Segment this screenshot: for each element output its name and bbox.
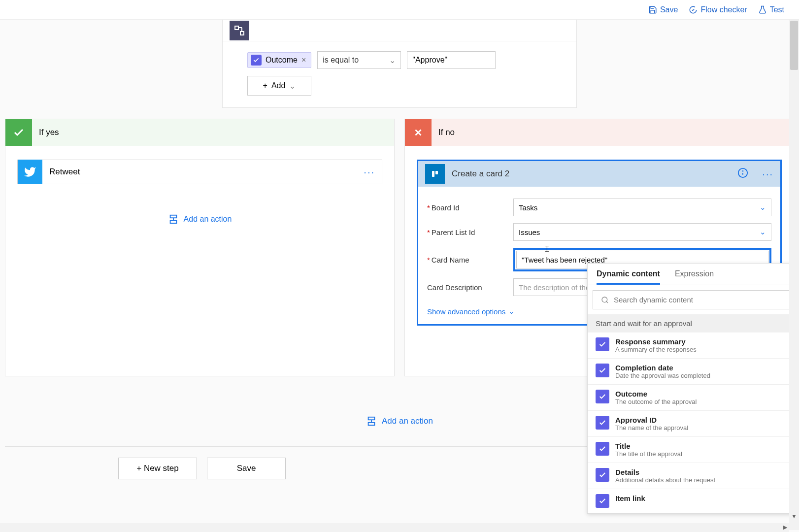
new-step-label: + New step xyxy=(136,464,179,473)
card-desc-placeholder: The description of the xyxy=(519,283,590,292)
if-no-label: If no xyxy=(438,128,455,137)
dynamic-item-desc: The name of the approval xyxy=(615,424,688,432)
chip-label: Outcome xyxy=(266,56,298,65)
more-icon[interactable]: ··· xyxy=(364,166,382,178)
dynamic-item-title: Outcome xyxy=(615,390,697,398)
dynamic-items-list: Response summaryA summary of the respons… xyxy=(588,332,799,513)
save-button[interactable]: Save xyxy=(648,5,678,14)
dynamic-content-panel: Dynamic content Expression Start and wai… xyxy=(587,263,799,514)
close-icon xyxy=(405,119,432,146)
svg-rect-11 xyxy=(432,171,434,177)
operator-select[interactable]: is equal to ⌄ xyxy=(317,51,401,69)
horizontal-scrollbar[interactable]: ▶ xyxy=(0,523,789,532)
parent-list-value: Issues xyxy=(519,228,540,236)
footer-save-button[interactable]: Save xyxy=(207,458,286,479)
test-label: Test xyxy=(770,5,784,14)
dynamic-item-desc: A summary of the responses xyxy=(615,346,697,353)
chevron-down-icon: ⌄ xyxy=(760,228,766,236)
chevron-down-icon: ⌄ xyxy=(508,307,515,316)
vertical-scrollbar[interactable]: ▼ xyxy=(789,20,799,530)
dynamic-item-desc: The title of the approval xyxy=(615,450,682,458)
approval-icon xyxy=(596,337,609,351)
board-id-select[interactable]: Tasks ⌄ xyxy=(513,199,771,216)
scroll-thumb[interactable] xyxy=(790,21,798,70)
dynamic-item-desc: Date the approval was completed xyxy=(615,372,710,379)
approval-icon xyxy=(596,364,609,377)
dynamic-item-title: Response summary xyxy=(615,337,697,346)
parent-list-label: Parent List Id xyxy=(432,228,475,236)
scroll-right-icon[interactable]: ▶ xyxy=(783,524,787,531)
add-action-bottom-label: Add an action xyxy=(382,416,433,426)
dynamic-item[interactable]: Item link xyxy=(588,489,799,513)
info-icon[interactable] xyxy=(737,167,748,180)
dynamic-item[interactable]: TitleThe title of the approval xyxy=(588,437,799,463)
more-icon[interactable]: ··· xyxy=(762,168,773,180)
svg-rect-2 xyxy=(240,32,244,35)
approval-icon xyxy=(596,390,609,403)
dynamic-item[interactable]: Response summaryA summary of the respons… xyxy=(588,332,799,359)
svg-point-15 xyxy=(743,171,743,171)
dynamic-item-title: Details xyxy=(615,468,715,476)
card-name-label: Card Name xyxy=(432,256,469,264)
board-id-row: *Board Id Tasks ⌄ xyxy=(427,199,771,216)
approval-icon xyxy=(596,416,609,430)
dynamic-item[interactable]: Completion dateDate the approval was com… xyxy=(588,359,799,385)
parent-list-row: *Parent List Id Issues ⌄ xyxy=(427,223,771,241)
condition-icon xyxy=(230,21,249,40)
svg-rect-5 xyxy=(170,215,176,218)
svg-rect-19 xyxy=(368,417,375,420)
flow-checker-label: Flow checker xyxy=(700,5,747,14)
card-name-value: "Tweet has been rejected" xyxy=(522,256,607,264)
test-icon xyxy=(758,5,767,14)
tab-expression[interactable]: Expression xyxy=(675,269,714,285)
new-step-button[interactable]: + New step xyxy=(118,458,197,479)
condition-card[interactable]: Outcome × is equal to ⌄ + Add ⌄ xyxy=(222,20,577,108)
card-desc-label: Card Description xyxy=(427,283,482,292)
chip-remove-icon[interactable]: × xyxy=(301,56,306,65)
approval-icon xyxy=(596,468,609,482)
retweet-action-card[interactable]: Retweet ··· xyxy=(17,160,382,184)
svg-rect-12 xyxy=(435,171,438,174)
if-yes-branch: If yes Retweet ··· Add an action xyxy=(5,119,395,376)
condition-value-input[interactable] xyxy=(407,51,496,69)
dynamic-item[interactable]: OutcomeThe outcome of the approval xyxy=(588,385,799,411)
dynamic-item[interactable]: DetailsAdditional details about the requ… xyxy=(588,463,799,489)
show-advanced-link[interactable]: Show advanced options ⌄ xyxy=(427,307,515,316)
add-action-label: Add an action xyxy=(184,215,232,224)
svg-rect-10 xyxy=(431,169,439,178)
svg-point-22 xyxy=(602,297,607,302)
add-condition-button[interactable]: + Add ⌄ xyxy=(247,76,311,96)
chevron-down-icon: ⌄ xyxy=(760,203,766,212)
dynamic-item-title: Approval ID xyxy=(615,416,688,424)
operator-value: is equal to xyxy=(323,56,359,65)
chevron-down-icon: ⌄ xyxy=(289,81,296,91)
dynamic-search-input[interactable] xyxy=(614,296,785,304)
dynamic-item-title: Title xyxy=(615,442,682,450)
create-card-header[interactable]: Create a card 2 ··· xyxy=(418,161,780,187)
test-button[interactable]: Test xyxy=(758,5,784,14)
condition-field-chip[interactable]: Outcome × xyxy=(247,52,311,68)
if-yes-header[interactable]: If yes xyxy=(5,119,394,146)
show-advanced-label: Show advanced options xyxy=(427,307,505,316)
add-action-icon xyxy=(366,416,377,427)
add-action-yes[interactable]: Add an action xyxy=(17,214,382,225)
flow-checker-button[interactable]: Flow checker xyxy=(689,5,747,14)
approval-icon xyxy=(596,442,609,456)
dynamic-item-title: Completion date xyxy=(615,364,710,372)
board-id-label: Board Id xyxy=(432,203,460,212)
footer-save-label: Save xyxy=(237,464,256,473)
chevron-down-icon: ⌄ xyxy=(389,56,396,65)
text-cursor-icon: 𝙸 xyxy=(544,244,550,254)
add-label: Add xyxy=(271,81,285,90)
dynamic-item-title: Item link xyxy=(615,494,645,502)
svg-rect-7 xyxy=(170,221,176,224)
tab-dynamic-content[interactable]: Dynamic content xyxy=(597,269,660,285)
dynamic-item-desc: Additional details about the request xyxy=(615,476,715,484)
dynamic-item[interactable]: Approval IDThe name of the approval xyxy=(588,411,799,437)
add-action-icon xyxy=(168,214,179,225)
svg-line-23 xyxy=(606,301,608,303)
parent-list-select[interactable]: Issues ⌄ xyxy=(513,223,771,241)
if-no-header[interactable]: If no xyxy=(405,119,794,146)
dynamic-search[interactable] xyxy=(593,290,794,309)
scroll-down-icon[interactable]: ▼ xyxy=(790,513,798,521)
